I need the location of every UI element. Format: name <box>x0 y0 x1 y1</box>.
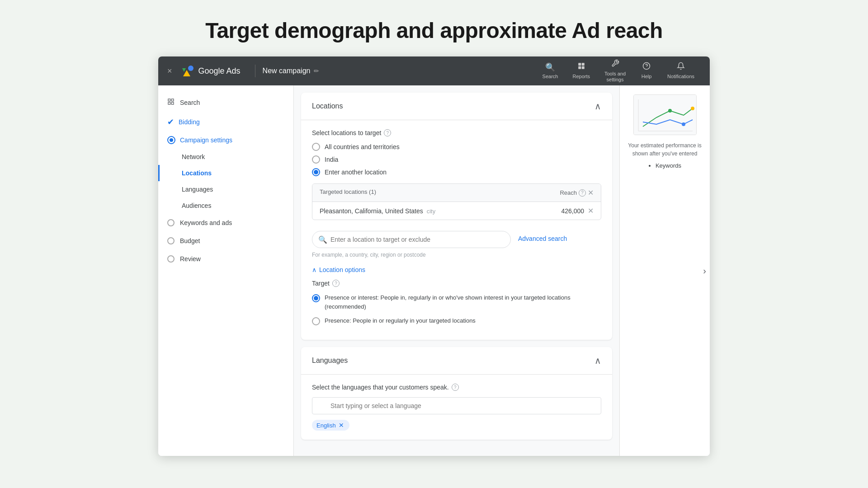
select-locations-help-icon[interactable]: ? <box>384 129 391 136</box>
bidding-check-icon: ✔ <box>167 117 174 127</box>
languages-card: Languages ∧ Select the languages that yo… <box>301 347 612 440</box>
nav-divider <box>255 65 255 77</box>
location-search-input[interactable] <box>312 231 511 248</box>
google-ads-logo-icon <box>179 64 194 78</box>
sidebar-campaign-settings-label: Campaign settings <box>180 136 232 144</box>
remove-location-0[interactable]: ✕ <box>588 206 594 215</box>
language-tag-remove-english[interactable]: ✕ <box>339 422 344 429</box>
nav-reports[interactable]: Reports <box>566 59 596 82</box>
languages-collapse-icon[interactable]: ∧ <box>594 355 601 366</box>
campaign-settings-icon <box>167 136 175 144</box>
location-options-label: Location options <box>319 266 365 273</box>
tl-header-remove-icon[interactable]: ✕ <box>588 188 594 197</box>
browser-window: × Google Ads New campaign ✏ 🔍 Se <box>158 56 710 456</box>
content-area: Locations ∧ Select locations to target ?… <box>294 85 619 456</box>
sidebar-review[interactable]: Review <box>158 250 293 268</box>
radio-presence-only[interactable]: Presence: People in or regularly in your… <box>312 316 601 325</box>
location-search-row: 🔍 Advanced search <box>312 227 601 250</box>
help-nav-icon <box>642 62 651 72</box>
sidebar: Search ✔ Bidding Campaign settings Netwo… <box>158 85 294 456</box>
language-search-input[interactable] <box>312 397 601 414</box>
svg-rect-3 <box>578 63 581 66</box>
sidebar-item-search[interactable]: Search <box>158 93 293 113</box>
campaign-name-area: New campaign ✏ <box>263 67 320 75</box>
radio-india-btn <box>312 155 320 164</box>
radio-enter-location[interactable]: Enter another location <box>312 168 601 176</box>
reports-nav-label: Reports <box>572 74 590 80</box>
budget-radio-icon <box>167 237 175 244</box>
locations-collapse-icon[interactable]: ∧ <box>594 101 601 112</box>
nav-tools[interactable]: Tools and settings <box>598 56 632 85</box>
languages-help-icon[interactable]: ? <box>452 384 459 391</box>
location-name-text-0: Pleasanton, California, United States <box>320 207 423 215</box>
perf-keywords-list: Keywords <box>648 162 681 169</box>
edit-icon[interactable]: ✏ <box>314 67 319 75</box>
svg-rect-9 <box>168 99 170 101</box>
reach-val-0: 426,000 <box>561 207 584 215</box>
review-radio-icon <box>167 255 175 263</box>
svg-rect-4 <box>581 63 584 66</box>
help-nav-label: Help <box>642 74 652 80</box>
language-tag-english: English ✕ <box>312 420 349 431</box>
svg-point-17 <box>682 122 685 126</box>
radio-presence-interest-btn <box>312 294 320 302</box>
radio-india-label: India <box>325 156 338 163</box>
radio-all-countries[interactable]: All countries and territories <box>312 143 601 151</box>
sidebar-locations[interactable]: Locations <box>158 165 293 181</box>
performance-chart <box>633 94 697 135</box>
sidebar-bidding[interactable]: ✔ Bidding <box>158 113 293 131</box>
radio-presence-interest[interactable]: Presence or interest: People in, regular… <box>312 293 601 311</box>
sidebar-budget[interactable]: Budget <box>158 232 293 250</box>
notifications-nav-icon <box>677 62 685 72</box>
location-options-toggle[interactable]: ∧ Location options <box>312 266 601 273</box>
perf-description: Your estimated performance is shown afte… <box>627 141 703 158</box>
nav-search[interactable]: 🔍 Search <box>536 60 565 82</box>
main-layout: Search ✔ Bidding Campaign settings Netwo… <box>158 85 710 456</box>
select-locations-label: Select locations to target ? <box>312 129 601 136</box>
reports-nav-icon <box>577 62 585 72</box>
languages-section-body: Select the languages that your customers… <box>301 375 612 440</box>
tools-nav-label: Tools and settings <box>604 71 626 83</box>
nav-actions: 🔍 Search Reports Tools and settings <box>536 56 701 85</box>
perf-keywords-item: Keywords <box>656 162 681 169</box>
nav-help[interactable]: Help <box>634 59 659 82</box>
tl-header-label: Targeted locations (1) <box>320 188 376 197</box>
languages-field-label: Select the languages that your customers… <box>312 384 601 391</box>
keywords-radio-icon <box>167 219 175 226</box>
radio-presence-interest-text: Presence or interest: People in, regular… <box>325 293 601 311</box>
close-button[interactable]: × <box>167 66 172 76</box>
nav-notifications[interactable]: Notifications <box>661 59 701 82</box>
target-label-text: Target <box>312 280 330 287</box>
radio-enter-location-label: Enter another location <box>325 169 387 176</box>
sidebar-audiences-label: Audiences <box>182 202 211 209</box>
locations-section-body: Select locations to target ? All countri… <box>301 120 612 340</box>
sidebar-locations-label: Locations <box>182 169 212 177</box>
select-locations-text: Select locations to target <box>312 129 381 136</box>
target-field-label: Target ? <box>312 280 601 287</box>
sidebar-keywords-label: Keywords and ads <box>180 219 232 226</box>
locations-section-header: Locations ∧ <box>301 93 612 120</box>
sidebar-languages[interactable]: Languages <box>158 181 293 197</box>
svg-rect-12 <box>171 102 174 104</box>
location-name-0: Pleasanton, California, United States ci… <box>320 207 561 215</box>
sidebar-campaign-settings[interactable]: Campaign settings <box>158 131 293 149</box>
right-panel-chevron[interactable]: › <box>703 266 706 276</box>
radio-india[interactable]: India <box>312 155 601 164</box>
reach-help-icon[interactable]: ? <box>579 189 586 197</box>
target-help-icon[interactable]: ? <box>332 280 340 287</box>
logo-area: Google Ads <box>179 64 241 78</box>
sidebar-audiences[interactable]: Audiences <box>158 197 293 214</box>
radio-presence-only-text: Presence: People in or regularly in your… <box>325 316 476 325</box>
page-wrapper: Target demograph and approximate Ad reac… <box>0 0 868 456</box>
sidebar-languages-label: Languages <box>182 186 213 193</box>
advanced-search-link[interactable]: Advanced search <box>518 235 567 242</box>
languages-section-title: Languages <box>312 357 348 365</box>
sidebar-network[interactable]: Network <box>158 149 293 165</box>
sidebar-keywords-and-ads[interactable]: Keywords and ads <box>158 214 293 232</box>
location-tag-0: city <box>427 208 436 215</box>
location-search-wrap: 🔍 <box>312 231 511 248</box>
radio-all-countries-label: All countries and territories <box>325 143 400 150</box>
radio-all-countries-btn <box>312 143 320 151</box>
language-tags: English ✕ <box>312 420 601 431</box>
locations-card: Locations ∧ Select locations to target ?… <box>301 93 612 340</box>
